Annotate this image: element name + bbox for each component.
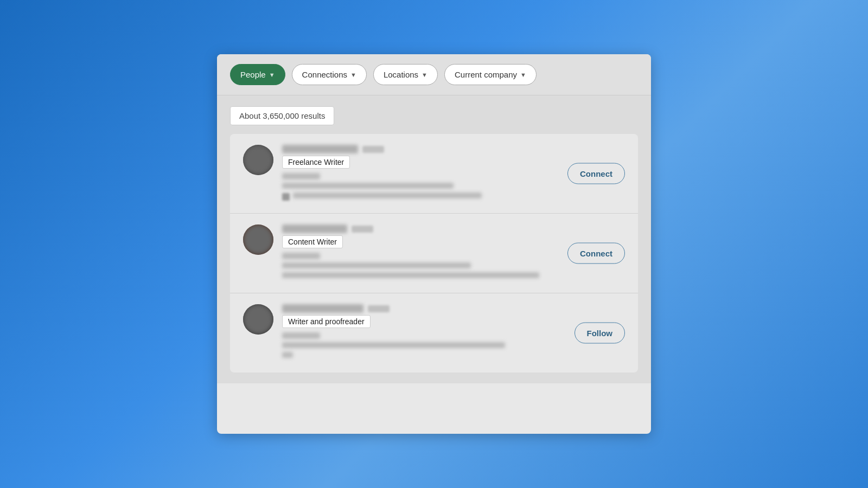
person-extra-row xyxy=(282,352,625,360)
current-company-filter-button[interactable]: Current company ▼ xyxy=(444,64,537,85)
person-name-blurred xyxy=(282,224,347,233)
locations-chevron-icon: ▼ xyxy=(422,72,427,78)
person-meta-blurred xyxy=(282,342,505,348)
person-name-blurred xyxy=(282,304,363,313)
person-name-row xyxy=(282,145,625,153)
people-filter-button[interactable]: People ▼ xyxy=(230,64,285,85)
avatar-image xyxy=(243,224,273,255)
connect-button-1[interactable]: Connect xyxy=(567,163,625,184)
person-extra-blurred xyxy=(282,272,539,278)
connections-filter-button[interactable]: Connections ▼ xyxy=(292,64,367,85)
person-degree-blurred xyxy=(362,146,384,153)
avatar xyxy=(243,224,273,255)
current-company-chevron-icon: ▼ xyxy=(520,72,526,78)
person-card: Writer and proofreader Follow xyxy=(230,293,638,373)
meta-icon xyxy=(282,193,290,201)
search-results-panel: People ▼ Connections ▼ Locations ▼ Curre… xyxy=(217,54,651,434)
person-degree-blurred xyxy=(352,226,373,233)
action-btn-area: Connect xyxy=(567,163,625,184)
connections-filter-label: Connections xyxy=(302,70,347,79)
locations-filter-button[interactable]: Locations ▼ xyxy=(373,64,438,85)
avatar xyxy=(243,304,273,335)
avatar xyxy=(243,145,273,175)
results-area: About 3,650,000 results Freelance Writer xyxy=(217,95,651,383)
person-info: Writer and proofreader xyxy=(282,304,625,362)
results-count: About 3,650,000 results xyxy=(230,106,334,125)
connections-chevron-icon: ▼ xyxy=(350,72,356,78)
avatar-image xyxy=(243,304,273,335)
person-location-blurred xyxy=(282,253,320,259)
action-btn-area: Follow xyxy=(575,323,626,344)
person-location-blurred xyxy=(282,173,320,179)
person-degree-blurred xyxy=(368,305,390,312)
person-name-row xyxy=(282,224,625,233)
current-company-filter-label: Current company xyxy=(455,70,517,79)
people-chevron-icon: ▼ xyxy=(269,72,275,78)
action-btn-area: Connect xyxy=(567,243,625,264)
person-meta-blurred xyxy=(282,183,454,189)
connect-button-2[interactable]: Connect xyxy=(567,243,625,264)
avatar-image xyxy=(243,145,273,175)
person-extra-short xyxy=(282,352,293,358)
follow-button-3[interactable]: Follow xyxy=(575,323,626,344)
person-extra-row xyxy=(282,192,625,201)
person-card: Content Writer Connect xyxy=(230,214,638,293)
cards-container: Freelance Writer Connect xyxy=(230,134,638,373)
person-location-blurred xyxy=(282,332,320,339)
person-title-tag: Writer and proofreader xyxy=(282,315,625,330)
filter-bar: People ▼ Connections ▼ Locations ▼ Curre… xyxy=(217,54,651,95)
person-name-blurred xyxy=(282,145,358,153)
person-extra-blurred xyxy=(293,192,482,198)
person-card: Freelance Writer Connect xyxy=(230,134,638,214)
person-meta-row xyxy=(282,342,625,350)
person-name-row xyxy=(282,304,625,313)
person-extra-row xyxy=(282,272,625,280)
locations-filter-label: Locations xyxy=(384,70,418,79)
people-filter-label: People xyxy=(240,70,266,79)
person-meta-blurred xyxy=(282,262,471,268)
